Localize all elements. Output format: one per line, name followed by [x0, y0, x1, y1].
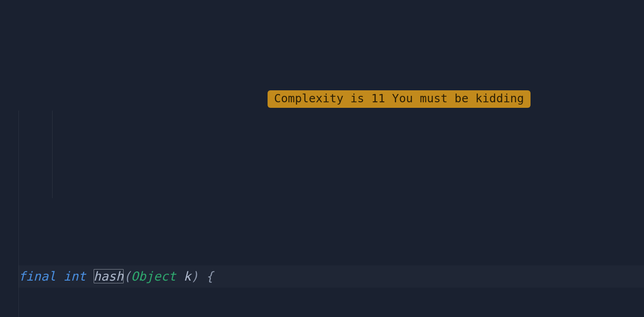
param-k: k — [184, 269, 191, 283]
code-editor[interactable]: Complexity is 11 You must be kidding fin… — [0, 88, 644, 317]
paren-open: ( — [124, 269, 131, 283]
keyword-final: final — [18, 269, 56, 283]
complexity-badge: Complexity is 11 You must be kidding — [268, 90, 531, 108]
brace-open: { — [206, 269, 214, 283]
type-object: Object — [131, 269, 176, 283]
indent-guide — [52, 111, 53, 198]
keyword-int: int — [64, 269, 86, 283]
paren-close: ) — [191, 269, 198, 283]
code-line[interactable]: final int hash(Object k) { — [18, 265, 644, 288]
method-name-hash: hash — [94, 269, 124, 283]
